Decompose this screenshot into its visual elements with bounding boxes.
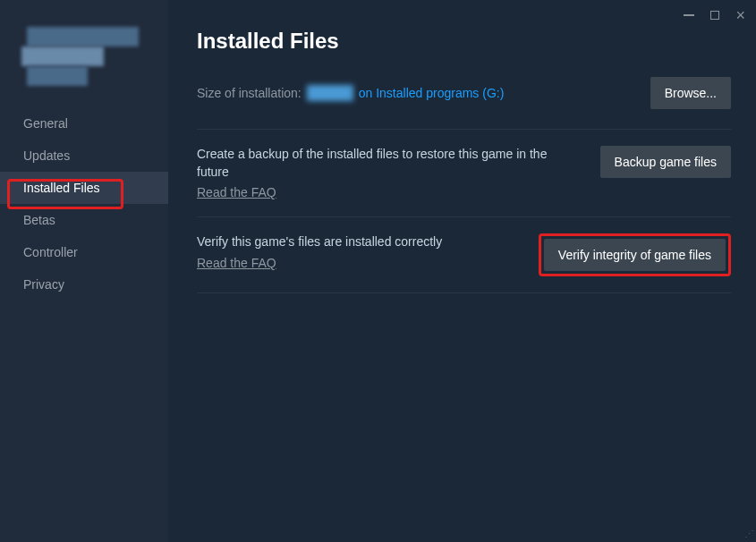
browse-button[interactable]: Browse...: [650, 77, 731, 109]
install-location-link[interactable]: on Installed programs (G:): [359, 86, 505, 100]
sidebar-item-controller[interactable]: Controller: [0, 236, 168, 268]
sidebar-item-installed-files[interactable]: Installed Files: [0, 172, 168, 204]
install-info: Size of installation: on Installed progr…: [197, 85, 504, 101]
verify-button[interactable]: Verify integrity of game files: [544, 239, 726, 271]
install-size-value: [307, 85, 353, 101]
game-thumbnail: [21, 27, 147, 89]
sidebar: General Updates Installed Files Betas Co…: [0, 0, 168, 542]
sidebar-item-privacy[interactable]: Privacy: [0, 268, 168, 301]
sidebar-item-general[interactable]: General: [0, 107, 168, 140]
main-content: Installed Files Size of installation: on…: [168, 0, 756, 542]
maximize-icon[interactable]: [710, 11, 719, 20]
minimize-icon[interactable]: [684, 14, 694, 16]
backup-section: Create a backup of the installed files t…: [197, 129, 731, 216]
verify-text: Verify this game's files are installed c…: [197, 233, 539, 271]
close-icon[interactable]: ×: [735, 7, 745, 23]
backup-description: Create a backup of the installed files t…: [197, 146, 582, 181]
app-container: General Updates Installed Files Betas Co…: [0, 0, 756, 542]
sidebar-item-updates[interactable]: Updates: [0, 140, 168, 172]
page-title: Installed Files: [197, 29, 731, 54]
verify-faq-link[interactable]: Read the FAQ: [197, 256, 276, 270]
verify-description: Verify this game's files are installed c…: [197, 233, 521, 251]
backup-faq-link[interactable]: Read the FAQ: [197, 185, 276, 199]
window-controls: ×: [684, 7, 745, 23]
highlight-verify-annotation: Verify integrity of game files: [539, 233, 731, 276]
resize-grip-icon: ⋰: [744, 529, 754, 540]
backup-text: Create a backup of the installed files t…: [197, 146, 600, 200]
backup-button[interactable]: Backup game files: [600, 146, 731, 178]
verify-section: Verify this game's files are installed c…: [197, 216, 731, 293]
sidebar-item-betas[interactable]: Betas: [0, 204, 168, 236]
install-info-row: Size of installation: on Installed progr…: [197, 77, 731, 109]
install-size-label: Size of installation:: [197, 86, 302, 100]
